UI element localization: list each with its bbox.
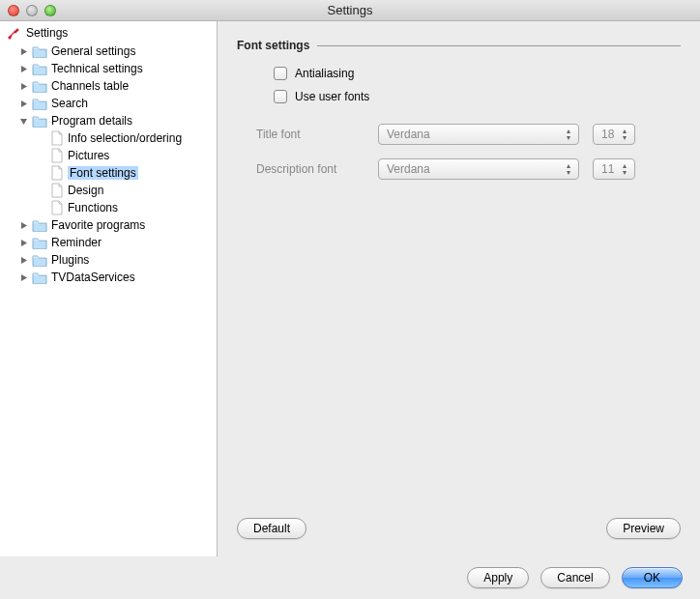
folder-icon <box>32 253 47 267</box>
sidebar-item-technical-settings[interactable]: Technical settings <box>0 60 217 77</box>
description-font-label: Description font <box>256 162 365 176</box>
use-user-fonts-row: Use user fonts <box>274 87 681 106</box>
description-font-select[interactable]: Verdana ▴▾ <box>378 158 579 180</box>
chevron-right-icon[interactable] <box>19 82 28 91</box>
window-title: Settings <box>0 3 700 17</box>
chevron-right-icon[interactable] <box>19 239 28 247</box>
sidebar-item-pictures[interactable]: Pictures <box>0 147 217 164</box>
tree-root[interactable]: Settings <box>0 23 217 43</box>
sidebar-item-label: Functions <box>68 201 118 214</box>
sidebar-item-label: Pictures <box>68 149 109 162</box>
sidebar-item-label: Favorite programs <box>51 218 145 232</box>
sidebar-item-label: Search <box>51 97 88 110</box>
sidebar-item-label: Program details <box>51 114 132 128</box>
sidebar-item-tvdataservices[interactable]: TVDataServices <box>0 269 217 286</box>
title-font-size-value: 18 <box>601 128 614 141</box>
settings-icon <box>6 25 21 41</box>
sidebar-item-label: Reminder <box>51 236 102 249</box>
folder-icon <box>32 62 47 75</box>
main-panel: Font settings Antialiasing Use user font… <box>218 21 700 556</box>
use-user-fonts-label: Use user fonts <box>295 90 369 103</box>
sidebar-item-label: General settings <box>51 44 135 58</box>
svg-marker-5 <box>20 119 27 125</box>
stepper-icon: ▴▾ <box>562 127 575 142</box>
minimize-window-button[interactable] <box>26 5 38 16</box>
dialog-buttons: Apply Cancel OK <box>0 556 700 599</box>
description-font-size-value: 11 <box>601 162 614 176</box>
folder-icon <box>32 271 47 284</box>
svg-marker-9 <box>21 274 27 281</box>
description-font-value: Verdana <box>387 162 430 176</box>
folder-icon <box>32 97 47 110</box>
sidebar-item-label: Plugins <box>51 253 89 267</box>
description-font-row: Description font Verdana ▴▾ 11 ▴▾ <box>256 158 681 180</box>
stepper-icon: ▴▾ <box>562 161 575 177</box>
folder-icon <box>32 79 47 93</box>
antialiasing-checkbox[interactable] <box>274 67 287 80</box>
sidebar: Settings General settingsTechnical setti… <box>0 21 218 556</box>
file-icon <box>50 148 64 163</box>
panel-bottom-buttons: Default Preview <box>237 518 681 547</box>
stepper-icon: ▴▾ <box>618 161 631 177</box>
chevron-right-icon[interactable] <box>19 256 28 265</box>
zoom-window-button[interactable] <box>44 5 56 16</box>
titlebar: Settings <box>0 0 700 21</box>
chevron-right-icon[interactable] <box>19 221 28 230</box>
chevron-right-icon[interactable] <box>19 100 28 108</box>
sidebar-item-design[interactable]: Design <box>0 182 217 199</box>
sidebar-item-info-selection-ordering[interactable]: Info selection/ordering <box>0 129 217 147</box>
svg-marker-2 <box>21 66 27 72</box>
window-controls <box>0 5 56 16</box>
file-icon <box>50 183 64 198</box>
chevron-right-icon[interactable] <box>19 65 28 73</box>
sidebar-item-general-settings[interactable]: General settings <box>0 43 217 60</box>
title-font-size-select[interactable]: 18 ▴▾ <box>593 124 635 145</box>
tree-root-label: Settings <box>26 26 68 40</box>
sidebar-item-label: TVDataServices <box>51 271 135 284</box>
sidebar-item-reminder[interactable]: Reminder <box>0 234 217 251</box>
sidebar-item-label: Info selection/ordering <box>68 131 182 145</box>
ok-button[interactable]: OK <box>622 567 683 588</box>
folder-icon <box>32 218 47 232</box>
svg-marker-6 <box>21 222 27 229</box>
svg-point-0 <box>9 37 11 39</box>
ok-button-label: OK <box>644 571 660 585</box>
antialiasing-row: Antialiasing <box>274 64 681 83</box>
default-button[interactable]: Default <box>237 518 306 539</box>
close-window-button[interactable] <box>8 5 19 16</box>
sidebar-item-program-details[interactable]: Program details <box>0 112 217 129</box>
chevron-right-icon[interactable] <box>19 273 28 282</box>
chevron-down-icon[interactable] <box>19 117 28 126</box>
svg-marker-3 <box>21 83 27 90</box>
file-icon <box>50 165 64 181</box>
folder-icon <box>32 236 47 249</box>
svg-marker-1 <box>21 48 27 55</box>
sidebar-item-favorite-programs[interactable]: Favorite programs <box>0 216 217 234</box>
use-user-fonts-checkbox[interactable] <box>274 90 287 103</box>
apply-button-label: Apply <box>483 571 512 585</box>
cancel-button[interactable]: Cancel <box>540 567 609 588</box>
folder-icon <box>32 44 47 58</box>
sidebar-item-channels-table[interactable]: Channels table <box>0 77 217 95</box>
svg-marker-7 <box>21 240 27 246</box>
sidebar-item-font-settings[interactable]: Font settings <box>0 164 217 182</box>
section-header: Font settings <box>237 39 681 52</box>
section-header-label: Font settings <box>237 39 317 52</box>
title-font-select[interactable]: Verdana ▴▾ <box>378 124 579 145</box>
sidebar-item-search[interactable]: Search <box>0 95 217 112</box>
antialiasing-label: Antialiasing <box>295 67 354 80</box>
content-area: Settings General settingsTechnical setti… <box>0 21 700 556</box>
section-header-divider <box>317 45 681 46</box>
apply-button[interactable]: Apply <box>467 567 529 588</box>
file-icon <box>50 130 64 146</box>
sidebar-item-plugins[interactable]: Plugins <box>0 251 217 269</box>
chevron-right-icon[interactable] <box>19 47 28 56</box>
sidebar-item-label: Font settings <box>68 166 138 180</box>
svg-marker-8 <box>21 257 27 264</box>
title-font-label: Title font <box>256 128 365 141</box>
preview-button[interactable]: Preview <box>606 518 681 539</box>
cancel-button-label: Cancel <box>557 571 593 585</box>
sidebar-item-functions[interactable]: Functions <box>0 199 217 216</box>
title-font-value: Verdana <box>387 128 430 141</box>
description-font-size-select[interactable]: 11 ▴▾ <box>593 158 635 180</box>
